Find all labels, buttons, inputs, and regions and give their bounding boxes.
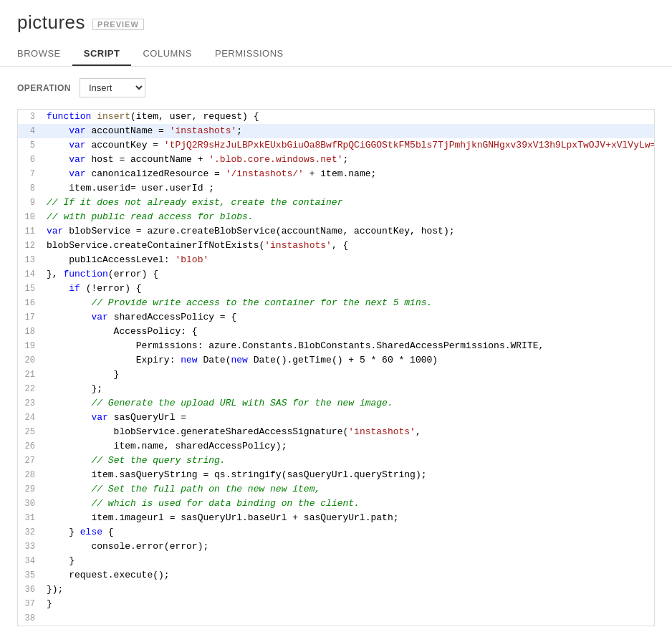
code-editor[interactable]: 3 function insert(item, user, request) {… <box>17 109 655 626</box>
operation-label: OPERATION <box>17 83 71 93</box>
code-line: 17 var sharedAccessPolicy = { <box>18 310 654 325</box>
code-line: 36 }); <box>18 583 654 597</box>
code-line: 32 } else { <box>18 525 654 540</box>
code-line: 34 } <box>18 554 654 568</box>
code-line: 19 Permissions: azure.Constants.BlobCons… <box>18 339 654 353</box>
code-line: 27 // Set the query string. <box>18 454 654 468</box>
code-line: 9 // If it does not already exist, creat… <box>18 196 654 210</box>
code-line: 22 }; <box>18 382 654 396</box>
tab-permissions[interactable]: PERMISSIONS <box>203 42 295 66</box>
tab-browse[interactable]: BROWSE <box>17 42 72 66</box>
tab-columns[interactable]: COLUMNS <box>131 42 203 66</box>
page-header: pictures PREVIEW BROWSE SCRIPT COLUMNS P… <box>0 0 672 67</box>
content-area: OPERATION Insert Read Update Delete 3 fu… <box>0 67 672 632</box>
tab-script[interactable]: SCRIPT <box>72 42 132 66</box>
code-line: 24 var sasQueryUrl = <box>18 411 654 425</box>
nav-tabs: BROWSE SCRIPT COLUMNS PERMISSIONS <box>17 42 655 66</box>
code-line: 5 var accountKey = 'tPjQ2R9sHzJuLBPxkEUx… <box>18 138 654 153</box>
code-line: 21 } <box>18 368 654 382</box>
code-line: 10 // with public read access for blobs. <box>18 210 654 224</box>
operation-row: OPERATION Insert Read Update Delete <box>17 78 655 97</box>
code-line: 20 Expiry: new Date(new Date().getTime()… <box>18 353 654 368</box>
code-line: 30 // which is used for data binding on … <box>18 497 654 511</box>
title-row: pictures PREVIEW <box>17 11 655 34</box>
code-line: 15 if (!error) { <box>18 282 654 296</box>
code-line: 29 // Set the full path on the new new i… <box>18 482 654 497</box>
code-line: 26 item.name, sharedAccessPolicy); <box>18 439 654 454</box>
code-line: 37 } <box>18 597 654 611</box>
code-line: 31 item.imageurl = sasQueryUrl.baseUrl +… <box>18 511 654 525</box>
code-line: 8 item.userid= user.userId ; <box>18 181 654 196</box>
code-line: 3 function insert(item, user, request) { <box>18 110 654 124</box>
code-line: 16 // Provide write access to the contai… <box>18 296 654 310</box>
code-line: 14 }, function(error) { <box>18 267 654 282</box>
code-line: 6 var host = accountName + '.blob.core.w… <box>18 153 654 167</box>
code-line: 23 // Generate the upload URL with SAS f… <box>18 396 654 411</box>
code-line: 33 console.error(error); <box>18 540 654 554</box>
code-line: 25 blobService.generateSharedAccessSigna… <box>18 425 654 439</box>
code-line: 7 var canonicalizedResource = '/instasho… <box>18 167 654 181</box>
code-line: 13 publicAccessLevel: 'blob' <box>18 253 654 267</box>
preview-badge: PREVIEW <box>92 19 144 30</box>
code-line: 18 AccessPolicy: { <box>18 325 654 339</box>
code-line: 12 blobService.createContainerIfNotExist… <box>18 239 654 253</box>
page-title: pictures <box>17 11 85 34</box>
code-line: 38 <box>18 611 654 626</box>
code-line: 11 var blobService = azure.createBlobSer… <box>18 224 654 239</box>
code-line: 4 var accountName = 'instashots'; <box>18 124 654 138</box>
code-line: 28 item.sasQueryString = qs.stringify(sa… <box>18 468 654 482</box>
code-line: 35 request.execute(); <box>18 568 654 583</box>
operation-select[interactable]: Insert Read Update Delete <box>80 78 145 97</box>
